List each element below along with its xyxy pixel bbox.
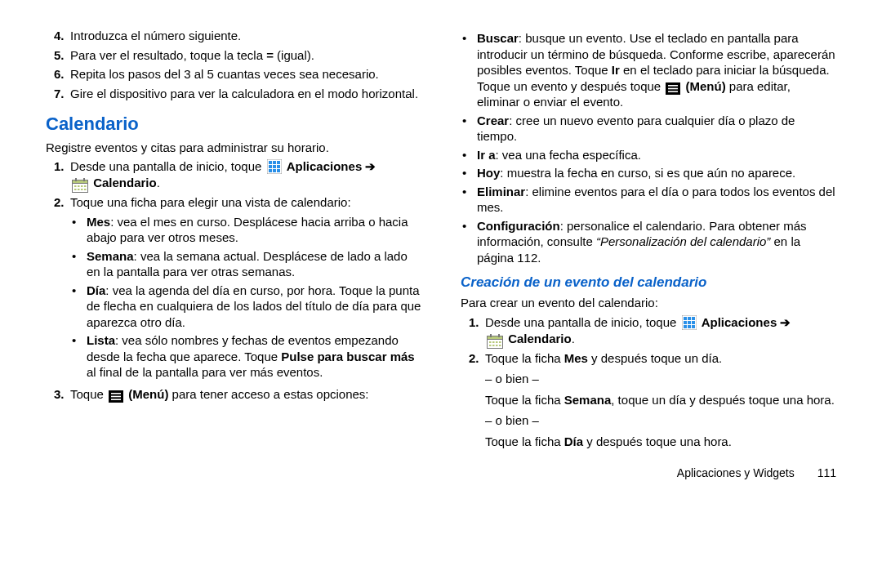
step-text: Desde una pantalla de inicio, toque Apli… xyxy=(70,158,421,191)
step-number: 2. xyxy=(46,194,70,211)
left-column: 4. Introduzca el número siguiente. 5. Pa… xyxy=(46,24,421,452)
calendar-icon xyxy=(487,334,503,349)
step-number: 2. xyxy=(461,350,485,367)
step-number: 5. xyxy=(46,47,70,64)
step-number: 3. xyxy=(46,386,70,403)
right-column: Buscar: busque un evento. Use el teclado… xyxy=(461,24,836,452)
create-event-intro: Para crear un evento del calendario: xyxy=(461,295,836,311)
menu-options-list: Buscar: busque un evento. Use el teclado… xyxy=(461,30,836,265)
step-text: Toque (Menú) para tener acceso a estas o… xyxy=(70,386,421,403)
apps-grid-icon xyxy=(267,159,282,174)
step-number: 1. xyxy=(461,314,485,331)
step-number: 6. xyxy=(46,66,70,82)
page-footer: Aplicaciones y Widgets 111 xyxy=(677,466,836,480)
calendar-heading: Calendario xyxy=(46,113,421,136)
or-divider: – o bien – xyxy=(485,371,836,387)
apps-grid-icon xyxy=(682,315,697,330)
create-event-steps: 1. Desde una pantalla de inicio, toque A… xyxy=(461,314,836,450)
step-text: Toque una ficha para elegir una vista de… xyxy=(70,194,421,383)
step-text: Introduzca el número siguiente. xyxy=(70,28,421,44)
calendar-intro: Registre eventos y citas para administra… xyxy=(46,140,421,156)
calendar-view-options: Mes: vea el mes en curso. Desplácese hac… xyxy=(70,214,421,381)
step-text: Toque la ficha Mes y después toque un dí… xyxy=(485,350,836,450)
step-number: 1. xyxy=(46,158,70,175)
footer-page-number: 111 xyxy=(817,466,836,479)
footer-section-name: Aplicaciones y Widgets xyxy=(677,466,795,479)
step-text: Repita los pasos del 3 al 5 cuantas vece… xyxy=(70,66,421,82)
step-number: 7. xyxy=(46,86,70,102)
step-text: Para ver el resultado, toque la tecla = … xyxy=(70,47,421,64)
create-event-heading: Creación de un evento del calendario xyxy=(461,274,836,292)
step-text: Desde una pantalla de inicio, toque Apli… xyxy=(485,314,836,347)
or-divider: – o bien – xyxy=(485,412,836,429)
calculator-steps-continued: 4. Introduzca el número siguiente. 5. Pa… xyxy=(46,28,421,101)
menu-icon xyxy=(109,390,123,403)
calendar-icon xyxy=(72,178,88,193)
calendar-steps: 1. Desde una pantalla de inicio, toque A… xyxy=(46,158,421,402)
menu-icon xyxy=(666,82,680,95)
step-number: 4. xyxy=(46,28,70,44)
step-text: Gire el dispositivo para ver la calculad… xyxy=(70,86,421,102)
